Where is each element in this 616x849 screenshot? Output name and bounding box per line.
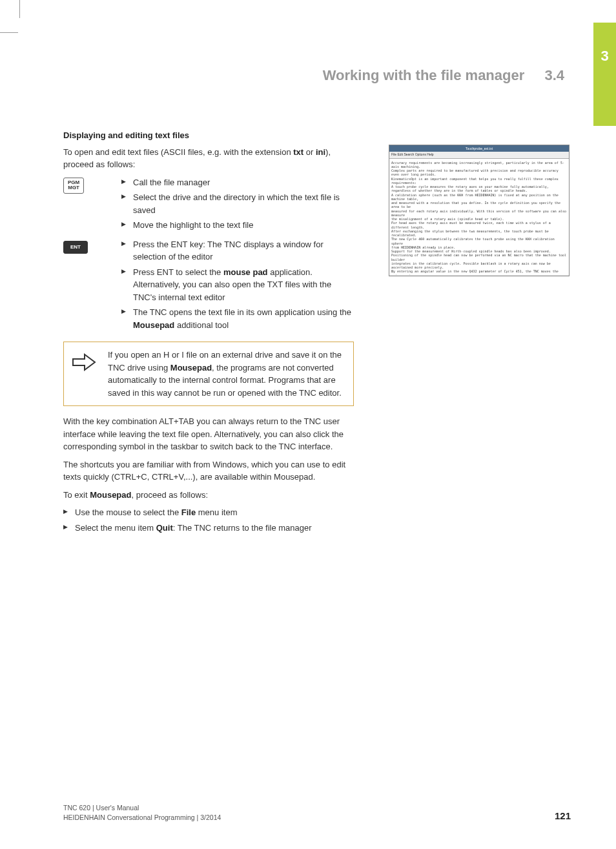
- crop-mark: [0, 32, 18, 33]
- page-header: Working with the file manager 3.4: [323, 65, 564, 86]
- step-block-ent: ENT Press the ENT key: The TNC displays …: [63, 238, 354, 334]
- step-list-2: Press the ENT key: The TNC displays a wi…: [121, 238, 354, 332]
- paragraph: The shortcuts you are familiar with from…: [63, 458, 354, 484]
- header-section: 3.4: [544, 67, 564, 83]
- screenshot-menubar: File Edit Search Options Help: [389, 152, 569, 159]
- step-item: Press ENT to select the mouse pad applic…: [121, 266, 354, 304]
- note-text: If you open an H or I file on an externa…: [108, 349, 345, 399]
- step-item: The TNC opens the text file in its own a…: [121, 306, 354, 331]
- chapter-tab: 3: [593, 23, 616, 126]
- paragraph: To exit Mousepad, proceed as follows:: [63, 489, 354, 502]
- step-item: Select the drive and the directory in wh…: [121, 191, 354, 216]
- ent-key-icon: ENT: [63, 241, 88, 254]
- step-item: Call the file manager: [121, 176, 354, 189]
- note-box: If you open an H or I file on an externa…: [63, 342, 354, 406]
- page-footer: TNC 620 | User's Manual HEIDENHAIN Conve…: [63, 803, 571, 824]
- header-title: Working with the file manager: [323, 67, 525, 83]
- section-heading: Displaying and editing text files: [63, 129, 354, 142]
- step-item: Use the mouse to select the File menu it…: [63, 506, 354, 519]
- step-item: Select the menu item Quit: The TNC retur…: [63, 522, 354, 535]
- screenshot-body: Accuracy requirements are becoming incre…: [389, 159, 569, 275]
- editor-screenshot: Touchprobe_ext.txt File Edit Search Opti…: [389, 145, 570, 276]
- exit-step-list: Use the mouse to select the File menu it…: [63, 506, 354, 534]
- step-item: Press the ENT key: The TNC displays a wi…: [121, 238, 354, 263]
- step-list-1: Call the file manager Select the drive a…: [121, 176, 354, 232]
- page-number: 121: [555, 809, 571, 824]
- step-block-pgmmgt: PGM MGT Call the file manager Select the…: [63, 176, 354, 234]
- screenshot-titlebar: Touchprobe_ext.txt: [389, 145, 569, 152]
- crop-mark: [19, 0, 20, 18]
- arrow-right-icon: [72, 349, 98, 399]
- intro-paragraph: To open and edit text files (ASCII files…: [63, 146, 354, 171]
- step-item: Move the highlight to the text file: [121, 219, 354, 232]
- footer-text: TNC 620 | User's Manual HEIDENHAIN Conve…: [63, 803, 221, 824]
- pgm-mgt-key-icon: PGM MGT: [63, 178, 84, 194]
- paragraph: With the key combination ALT+TAB you can…: [63, 415, 354, 453]
- main-content: Displaying and editing text files To ope…: [63, 129, 354, 537]
